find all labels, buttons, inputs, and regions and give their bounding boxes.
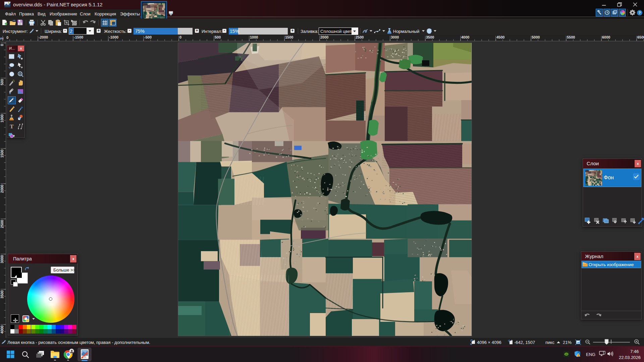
svg-text:3500: 3500 <box>0 290 4 298</box>
svg-text:5500: 5500 <box>567 35 575 39</box>
svg-text:T: T <box>10 123 14 130</box>
svg-text:-1500: -1500 <box>74 35 83 39</box>
svg-text:1000: 1000 <box>250 35 258 39</box>
svg-text:1500: 1500 <box>285 35 293 39</box>
svg-text:2500: 2500 <box>356 35 364 39</box>
svg-text:-500: -500 <box>144 35 152 39</box>
svg-text:4500: 4500 <box>496 35 504 39</box>
svg-text:!: ! <box>578 354 579 356</box>
svg-text:3000: 3000 <box>0 255 4 263</box>
svg-text:500: 500 <box>215 35 221 39</box>
svg-text:2000: 2000 <box>0 185 4 193</box>
svg-text:1000: 1000 <box>0 114 4 122</box>
svg-text:2500: 2500 <box>0 220 4 228</box>
svg-text:1500: 1500 <box>0 149 4 158</box>
svg-text:3500: 3500 <box>426 35 434 39</box>
svg-text:0: 0 <box>0 44 4 46</box>
svg-text:6000: 6000 <box>602 35 610 39</box>
svg-text:4000: 4000 <box>461 35 469 39</box>
svg-text:-2000: -2000 <box>39 35 48 39</box>
svg-text:3000: 3000 <box>391 35 399 39</box>
svg-text:2000: 2000 <box>320 35 328 39</box>
svg-text:4000: 4000 <box>0 325 4 334</box>
svg-text:?: ? <box>639 11 641 15</box>
svg-text:5000: 5000 <box>532 35 540 39</box>
svg-text:500: 500 <box>0 79 4 85</box>
svg-text:6500: 6500 <box>637 35 644 39</box>
svg-text:0: 0 <box>179 35 181 39</box>
svg-text:-1000: -1000 <box>109 35 118 39</box>
